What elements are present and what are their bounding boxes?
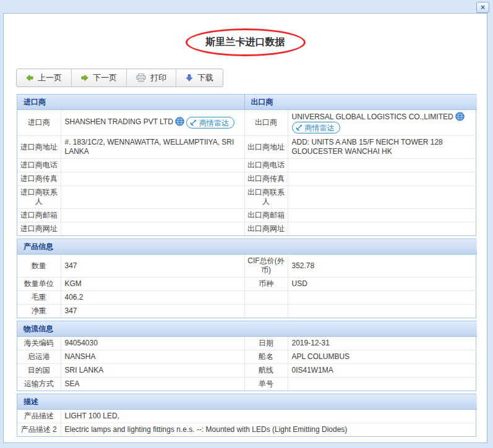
table-row: 数量 347 CIF总价(外币) 352.78 <box>17 255 477 277</box>
table-row: 净重 347 <box>17 305 477 318</box>
next-page-button[interactable]: 下一页 <box>72 69 127 87</box>
page-title: 斯里兰卡进口数据 <box>206 36 285 47</box>
route-value: 0IS41W1MA <box>288 364 477 378</box>
vessel-value: APL COLUMBUS <box>288 350 477 364</box>
hs-code-label: 海关编码 <box>17 337 61 350</box>
importer-email-label: 进口商邮箱 <box>17 209 61 222</box>
download-button[interactable]: 下载 <box>176 69 223 87</box>
importer-name-label: 进口商 <box>17 110 61 136</box>
prev-page-label: 上一页 <box>38 72 62 83</box>
bill-number-label: 单号 <box>244 378 288 391</box>
importer-email-value <box>61 209 244 222</box>
transport-mode-label: 运输方式 <box>17 378 61 391</box>
table-row: 进口商地址 #. 183/1C/2, WENNAWATTA, WELLAMPTI… <box>17 136 477 159</box>
arrow-left-icon <box>26 74 33 82</box>
transport-mode-value: SEA <box>61 378 244 391</box>
cif-total-value: 352.78 <box>288 255 477 277</box>
product-description2-value: Electric lamps and lighting fittings n.e… <box>61 423 477 437</box>
business-radar-badge[interactable]: 商情雷达 <box>292 122 340 133</box>
importer-exporter-section: 进口商 出口商 进口商 SHANSHEN TRADING PVT LTD <box>17 94 476 236</box>
departure-port-value: NANSHA <box>61 350 244 364</box>
table-row: 进口商传真 出口商传真 <box>17 172 477 186</box>
exporter-section-header: 出口商 <box>244 95 477 110</box>
table-row: 产品描述 2 Electric lamps and lighting fitti… <box>17 423 477 437</box>
date-label: 日期 <box>244 337 288 350</box>
empty-label <box>244 291 288 305</box>
toolbar: 上一页 下一页 打印 下载 <box>16 69 223 87</box>
quantity-label: 数量 <box>17 255 61 277</box>
gross-weight-value: 406.2 <box>61 291 244 305</box>
exporter-fax-label: 出口商传真 <box>244 172 288 186</box>
exporter-name-cell: UNIVERSAL GLOBAL LOGISTICS CO.,LIMITED 商… <box>288 110 477 136</box>
printer-icon <box>136 74 146 82</box>
print-button[interactable]: 打印 <box>127 69 176 87</box>
radar-icon <box>189 119 197 127</box>
importer-address-value: #. 183/1C/2, WENNAWATTA, WELLAMPTIIYA, S… <box>61 136 244 159</box>
importer-section-header: 进口商 <box>17 95 244 110</box>
table-row: 进口商网址 出口商网址 <box>17 222 477 236</box>
importer-website-label: 进口商网址 <box>17 222 61 236</box>
red-circle-annotation: 斯里兰卡进口数据 <box>186 28 306 56</box>
globe-icon[interactable] <box>455 112 465 121</box>
importer-fax-value <box>61 172 244 186</box>
importer-website-value <box>61 222 244 236</box>
product-info-section: 产品信息 数量 347 CIF总价(外币) 352.78 数量单位 KGM 币种… <box>17 239 476 318</box>
importer-exporter-table: 进口商 出口商 进口商 SHANSHEN TRADING PVT LTD <box>17 95 477 235</box>
business-radar-badge[interactable]: 商情雷达 <box>186 117 234 129</box>
globe-icon[interactable] <box>175 117 184 126</box>
company-name-row: 进口商 SHANSHEN TRADING PVT LTD 商情雷达 <box>17 110 477 136</box>
radar-icon <box>295 124 303 132</box>
table-row: 数量单位 KGM 币种 USD <box>17 277 477 291</box>
route-label: 航线 <box>244 364 288 378</box>
prev-page-button[interactable]: 上一页 <box>17 69 72 87</box>
importer-contact-label: 进口商联系人 <box>17 186 61 209</box>
next-page-label: 下一页 <box>93 72 117 83</box>
empty-value <box>288 291 477 305</box>
departure-port-label: 启运港 <box>17 350 61 364</box>
table-row: 产品描述 LIGHT 100 LED, <box>17 410 477 423</box>
exporter-phone-label: 出口商电话 <box>244 159 288 172</box>
quantity-unit-value: KGM <box>61 277 244 291</box>
importer-contact-value <box>61 186 244 209</box>
exporter-address-label: 出口商地址 <box>244 136 288 159</box>
table-row: 目的国 SRI LANKA 航线 0IS41W1MA <box>17 364 477 378</box>
exporter-email-label: 出口商邮箱 <box>244 209 288 222</box>
empty-value <box>288 305 477 318</box>
net-weight-value: 347 <box>61 305 244 318</box>
logistics-info-table: 物流信息 海关编码 94054030 日期 2019-12-31 启运港 NAN… <box>17 321 477 391</box>
importer-name-cell: SHANSHEN TRADING PVT LTD 商情雷达 <box>61 110 244 136</box>
importer-phone-value <box>61 159 244 172</box>
importer-fax-label: 进口商传真 <box>17 172 61 186</box>
importer-name: SHANSHEN TRADING PVT LTD <box>65 117 173 126</box>
description-section: 描述 产品描述 LIGHT 100 LED, 产品描述 2 Electric l… <box>17 394 476 437</box>
exporter-name: UNIVERSAL GLOBAL LOGISTICS CO.,LIMITED <box>292 112 453 121</box>
download-label: 下载 <box>197 72 213 83</box>
destination-country-label: 目的国 <box>17 364 61 378</box>
description-section-header: 描述 <box>17 394 477 410</box>
exporter-website-label: 出口商网址 <box>244 222 288 236</box>
description-table: 描述 产品描述 LIGHT 100 LED, 产品描述 2 Electric l… <box>17 394 477 436</box>
arrow-down-icon <box>186 74 193 82</box>
exporter-fax-value <box>288 172 477 186</box>
radar-badge-label: 商情雷达 <box>199 118 229 128</box>
gross-weight-label: 毛重 <box>17 291 61 305</box>
radar-badge-label: 商情雷达 <box>305 123 335 133</box>
importer-address-label: 进口商地址 <box>17 136 61 159</box>
exporter-contact-label: 出口商联系人 <box>244 186 288 209</box>
title-area: 斯里兰卡进口数据 <box>4 28 487 56</box>
product-description2-label: 产品描述 2 <box>17 423 61 437</box>
arrow-right-icon <box>81 74 88 82</box>
table-row: 毛重 406.2 <box>17 291 477 305</box>
exporter-phone-value <box>288 159 477 172</box>
product-description-value: LIGHT 100 LED, <box>61 410 477 423</box>
detail-tables: 进口商 出口商 进口商 SHANSHEN TRADING PVT LTD <box>17 94 476 439</box>
exporter-contact-value <box>288 186 477 209</box>
print-label: 打印 <box>150 72 166 83</box>
cif-total-label: CIF总价(外币) <box>244 255 288 277</box>
close-button[interactable]: × <box>476 2 489 13</box>
exporter-website-value <box>288 222 477 236</box>
table-row: 运输方式 SEA 单号 <box>17 378 477 391</box>
exporter-name-label: 出口商 <box>244 110 288 136</box>
vessel-label: 船名 <box>244 350 288 364</box>
table-row: 进口商邮箱 出口商邮箱 <box>17 209 477 222</box>
